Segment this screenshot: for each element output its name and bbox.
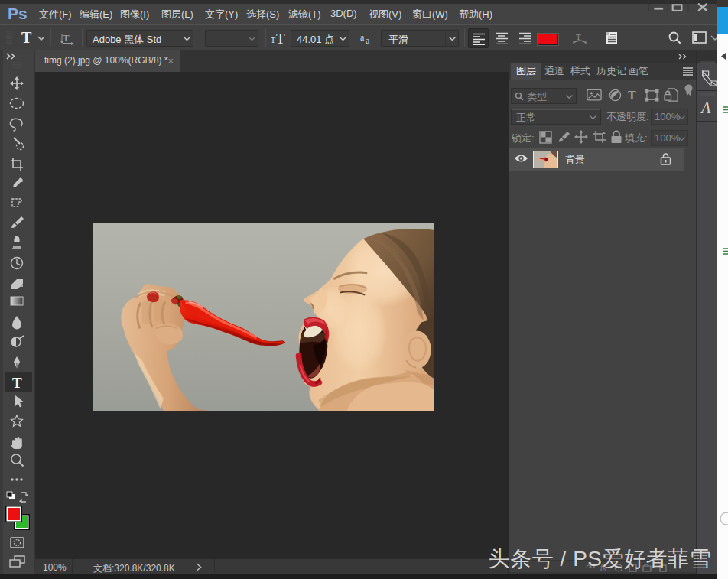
svg-text:T: T (576, 32, 581, 41)
svg-text:T: T (63, 32, 70, 44)
svg-text:T: T (276, 31, 285, 47)
svg-text:T: T (628, 89, 636, 102)
svg-text:T: T (21, 30, 32, 46)
svg-text:a: a (360, 33, 365, 43)
svg-text:T: T (271, 36, 275, 44)
svg-text:a: a (366, 35, 370, 45)
svg-text:T: T (12, 375, 22, 391)
